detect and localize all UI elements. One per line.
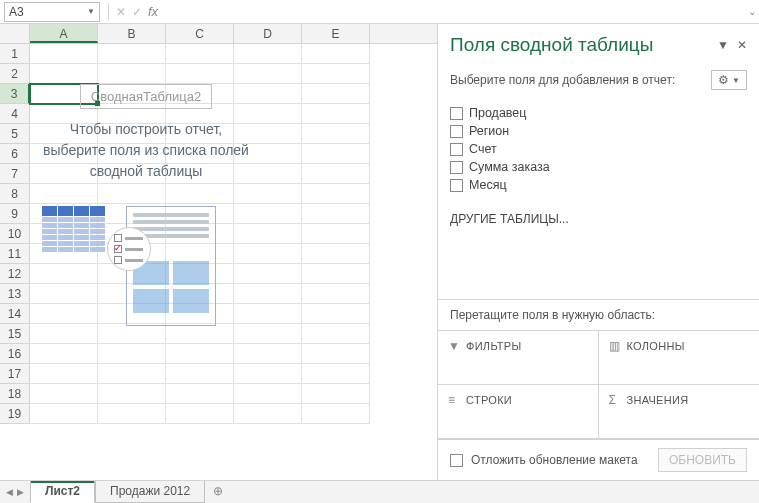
cell[interactable]	[302, 284, 370, 304]
row-header[interactable]: 16	[0, 344, 30, 364]
cell[interactable]	[166, 404, 234, 424]
row-header[interactable]: 5	[0, 124, 30, 144]
cell[interactable]	[234, 404, 302, 424]
row-header[interactable]: 1	[0, 44, 30, 64]
row-header[interactable]: 7	[0, 164, 30, 184]
cell[interactable]	[234, 64, 302, 84]
field-item[interactable]: Регион	[450, 122, 747, 140]
field-checkbox[interactable]	[450, 143, 463, 156]
cell[interactable]	[302, 164, 370, 184]
cell[interactable]	[234, 344, 302, 364]
cell[interactable]	[30, 324, 98, 344]
field-item[interactable]: Счет	[450, 140, 747, 158]
cell[interactable]	[166, 344, 234, 364]
chevron-down-icon[interactable]: ▼	[87, 7, 95, 16]
cell[interactable]	[234, 384, 302, 404]
columns-drop-zone[interactable]: ▥КОЛОННЫ	[599, 331, 760, 385]
cell[interactable]	[302, 184, 370, 204]
sheet-tab[interactable]: Продажи 2012	[95, 481, 205, 503]
cell[interactable]	[302, 224, 370, 244]
field-checkbox[interactable]	[450, 161, 463, 174]
cell[interactable]	[166, 324, 234, 344]
cell[interactable]	[166, 384, 234, 404]
cell[interactable]	[302, 324, 370, 344]
field-checkbox[interactable]	[450, 125, 463, 138]
settings-button[interactable]: ⚙ ▼	[711, 70, 747, 90]
cell[interactable]	[302, 344, 370, 364]
cell[interactable]	[98, 404, 166, 424]
column-header[interactable]: E	[302, 24, 370, 43]
other-tables-link[interactable]: ДРУГИЕ ТАБЛИЦЫ...	[438, 202, 759, 236]
cell[interactable]	[30, 364, 98, 384]
row-header[interactable]: 6	[0, 144, 30, 164]
field-item[interactable]: Месяц	[450, 176, 747, 194]
cell[interactable]	[234, 44, 302, 64]
cell[interactable]	[302, 264, 370, 284]
cell[interactable]	[166, 64, 234, 84]
cell[interactable]	[302, 244, 370, 264]
filters-drop-zone[interactable]: ▼ФИЛЬТРЫ	[438, 331, 599, 385]
row-header[interactable]: 12	[0, 264, 30, 284]
cell[interactable]	[30, 384, 98, 404]
field-checkbox[interactable]	[450, 179, 463, 192]
column-header[interactable]: C	[166, 24, 234, 43]
row-header[interactable]: 9	[0, 204, 30, 224]
cell[interactable]	[98, 324, 166, 344]
cell[interactable]	[234, 324, 302, 344]
cell[interactable]	[98, 344, 166, 364]
column-header[interactable]: D	[234, 24, 302, 43]
row-header[interactable]: 4	[0, 104, 30, 124]
row-header[interactable]: 8	[0, 184, 30, 204]
cell[interactable]	[98, 44, 166, 64]
cell[interactable]	[302, 144, 370, 164]
formula-input[interactable]	[161, 2, 745, 22]
row-header[interactable]: 13	[0, 284, 30, 304]
cell[interactable]	[302, 104, 370, 124]
field-checkbox[interactable]	[450, 107, 463, 120]
select-all-corner[interactable]	[0, 24, 30, 43]
field-item[interactable]: Продавец	[450, 104, 747, 122]
row-header[interactable]: 18	[0, 384, 30, 404]
cell[interactable]	[302, 64, 370, 84]
expand-formula-icon[interactable]: ⌄	[745, 6, 759, 17]
cell[interactable]	[302, 404, 370, 424]
close-icon[interactable]: ✕	[737, 38, 747, 52]
row-header[interactable]: 11	[0, 244, 30, 264]
cell[interactable]	[166, 44, 234, 64]
rows-drop-zone[interactable]: ≡СТРОКИ	[438, 385, 599, 439]
values-drop-zone[interactable]: ΣЗНАЧЕНИЯ	[599, 385, 760, 439]
cell[interactable]	[302, 124, 370, 144]
sheet-tab[interactable]: Лист2	[30, 481, 95, 503]
cell[interactable]	[302, 364, 370, 384]
cell[interactable]	[166, 364, 234, 384]
column-header[interactable]: A	[30, 24, 98, 43]
add-sheet-button[interactable]: ⊕	[205, 481, 231, 503]
cell[interactable]	[302, 44, 370, 64]
cell[interactable]	[302, 384, 370, 404]
cell[interactable]	[98, 64, 166, 84]
spreadsheet-grid[interactable]: A B C D E 12345678910111213141516171819 …	[0, 24, 438, 480]
row-header[interactable]: 17	[0, 364, 30, 384]
defer-layout-checkbox[interactable]	[450, 454, 463, 467]
cell[interactable]	[302, 84, 370, 104]
field-item[interactable]: Сумма заказа	[450, 158, 747, 176]
cell[interactable]	[30, 44, 98, 64]
pane-menu-icon[interactable]: ▼	[717, 38, 729, 52]
cell[interactable]	[234, 364, 302, 384]
row-header[interactable]: 14	[0, 304, 30, 324]
name-box[interactable]: A3 ▼	[4, 2, 100, 22]
row-header[interactable]: 15	[0, 324, 30, 344]
cell[interactable]	[98, 364, 166, 384]
column-header[interactable]: B	[98, 24, 166, 43]
row-header[interactable]: 2	[0, 64, 30, 84]
tab-nav[interactable]: ◀▶	[0, 481, 30, 503]
row-header[interactable]: 3	[0, 84, 30, 104]
cell[interactable]	[30, 64, 98, 84]
row-header[interactable]: 10	[0, 224, 30, 244]
cell[interactable]	[302, 204, 370, 224]
cell[interactable]	[302, 304, 370, 324]
cell[interactable]	[98, 384, 166, 404]
cell[interactable]	[30, 404, 98, 424]
fx-icon[interactable]: fx	[145, 4, 161, 19]
cell[interactable]	[30, 344, 98, 364]
